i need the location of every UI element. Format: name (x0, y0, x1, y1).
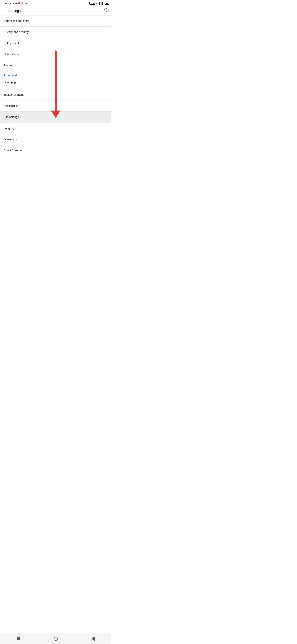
back-icon: ← (2, 9, 6, 13)
settings-item-title-toolbar: Toolbar shortcut (4, 93, 23, 96)
settings-item-text-accessibility: Accessibility (4, 104, 19, 108)
settings-list-wrapper: Addresses and morePrivacy and securitySa… (0, 16, 111, 156)
settings-item-downloads[interactable]: Downloads (0, 134, 111, 145)
settings-item-text-safety: Safety check (4, 42, 20, 45)
settings-item-title-notifications: Notifications (4, 53, 19, 56)
settings-item-accessibility[interactable]: Accessibility (0, 100, 111, 112)
settings-item-title-privacy: Privacy and security (4, 30, 29, 34)
settings-item-text-languages: Languages (4, 126, 17, 130)
settings-item-title-homepage: Homepage (4, 80, 17, 84)
separator: | (8, 2, 9, 4)
alarm-icon: ⏰ (21, 2, 24, 4)
section-header-advanced: Advanced (0, 71, 111, 78)
settings-item-title-theme: Theme (4, 64, 12, 67)
help-icon: ? (106, 10, 107, 12)
settings-item-subtitle-homepage: On (4, 84, 17, 87)
app-bar: ← Settings ? (0, 6, 111, 16)
settings-item-about[interactable]: About Chrome (0, 145, 111, 156)
settings-item-title-accessibility: Accessibility (4, 104, 19, 108)
settings-item-addresses[interactable]: Addresses and more (0, 16, 111, 27)
settings-item-title-languages: Languages (4, 126, 17, 130)
status-bar: 12:46 | 7.2KB/s 🔕 ⏰ ••• VPN 4G ▌▌▌ 43 (0, 0, 111, 6)
settings-item-title-downloads: Downloads (4, 138, 17, 141)
settings-item-title-addresses: Addresses and more (4, 19, 29, 23)
settings-item-text-downloads: Downloads (4, 138, 17, 141)
settings-item-text-toolbar: Toolbar shortcut (4, 93, 23, 96)
app-bar-left: ← Settings (2, 9, 21, 13)
settings-list: Addresses and morePrivacy and securitySa… (0, 16, 111, 156)
status-left: 12:46 | 7.2KB/s 🔕 ⏰ ••• (2, 2, 27, 4)
back-button[interactable]: ← (2, 9, 6, 13)
settings-item-text-theme: Theme (4, 64, 12, 67)
settings-item-title-site_settings: Site settings (4, 115, 19, 119)
mute-icon: 🔕 (18, 2, 20, 4)
settings-item-site_settings[interactable]: Site settings (0, 112, 111, 123)
settings-item-title-about: About Chrome (4, 149, 22, 152)
time: 12:46 (2, 2, 7, 4)
status-right: VPN 4G ▌▌▌ 43 (89, 2, 109, 5)
settings-item-text-notifications: Notifications (4, 53, 19, 56)
settings-item-title-safety: Safety check (4, 42, 20, 45)
settings-item-text-privacy: Privacy and security (4, 30, 29, 34)
signal-icon: 4G (96, 2, 98, 4)
settings-item-text-site_settings: Site settings (4, 115, 19, 119)
settings-item-text-homepage: HomepageOn (4, 80, 17, 87)
settings-item-theme[interactable]: Theme (0, 60, 111, 71)
settings-item-text-about: About Chrome (4, 149, 22, 152)
settings-item-languages[interactable]: Languages (0, 123, 111, 134)
settings-item-safety[interactable]: Safety check (0, 38, 111, 49)
battery-indicator: 43 (105, 2, 109, 5)
settings-item-text-addresses: Addresses and more (4, 19, 29, 23)
settings-item-homepage[interactable]: HomepageOn (0, 78, 111, 89)
page-title: Settings (8, 9, 21, 13)
more-icon: ••• (24, 2, 27, 4)
vpn-badge: VPN (89, 2, 95, 5)
signal-bars-icon: ▌▌▌ (99, 2, 104, 4)
settings-item-notifications[interactable]: Notifications (0, 49, 111, 60)
help-button[interactable]: ? (104, 8, 109, 13)
network-speed: 7.2KB/s (10, 2, 17, 4)
settings-item-toolbar[interactable]: Toolbar shortcut (0, 89, 111, 100)
settings-item-privacy[interactable]: Privacy and security (0, 27, 111, 38)
